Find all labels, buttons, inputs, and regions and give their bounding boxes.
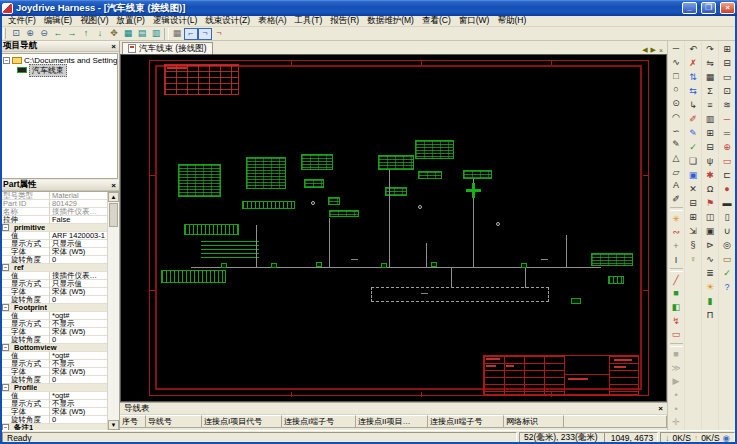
layers-icon[interactable]: ≋: [720, 98, 735, 112]
menu-check[interactable]: 查看(C): [418, 15, 455, 27]
undo-icon[interactable]: ↶: [686, 42, 701, 56]
fill-tool-icon[interactable]: ■: [669, 287, 684, 301]
connector-symbol[interactable]: [418, 171, 442, 179]
menu-table[interactable]: 表格(A): [254, 15, 290, 27]
wirecol-net-id[interactable]: 网络标识: [504, 415, 564, 428]
connector-comb[interactable]: [608, 276, 624, 284]
component-table[interactable]: [463, 170, 492, 179]
battery-icon[interactable]: ▮: [703, 294, 718, 308]
title-block[interactable]: [483, 355, 639, 395]
bom-icon[interactable]: ▥: [703, 112, 718, 126]
splice-symbol[interactable]: [571, 298, 581, 304]
component-table[interactable]: [378, 155, 414, 170]
tile-vertical-icon[interactable]: ▥: [149, 28, 163, 40]
red-rect-tool-icon[interactable]: ▭: [669, 328, 684, 342]
key-icon[interactable]: ♀: [686, 252, 701, 266]
dot-icon[interactable]: •: [669, 402, 684, 416]
move-icon[interactable]: ✛: [669, 416, 684, 430]
roundrect-tool-icon[interactable]: ▱: [669, 165, 684, 179]
wirecol-index[interactable]: 序号: [120, 415, 146, 428]
fuse-icon[interactable]: ▭: [720, 252, 735, 266]
red-line-tool-icon[interactable]: ╱: [669, 273, 684, 287]
scrollbar-thumb[interactable]: [109, 203, 118, 227]
revision-table[interactable]: [164, 64, 239, 95]
ellipse-tool-icon[interactable]: ⊙: [669, 97, 684, 111]
preview-icon[interactable]: ⊞: [686, 210, 701, 224]
flag-icon[interactable]: ⚑: [703, 196, 718, 210]
collapse-icon[interactable]: −: [2, 224, 9, 231]
tree-node-harness[interactable]: 汽车线束: [3, 65, 116, 75]
splice-icon[interactable]: ⊕: [720, 140, 735, 154]
polyline-tool-icon[interactable]: ∿: [669, 56, 684, 70]
grid-icon[interactable]: ▦: [170, 28, 184, 40]
label-icon[interactable]: ▭: [720, 154, 735, 168]
menu-file[interactable]: 文件(F): [4, 15, 40, 27]
table-icon[interactable]: ▦: [703, 70, 718, 84]
crosshair-tool-icon[interactable]: +: [669, 240, 684, 254]
branch-icon[interactable]: ↳: [686, 98, 701, 112]
zoom-window-icon[interactable]: ⊡: [9, 28, 23, 40]
ruler-tool-icon[interactable]: I: [669, 254, 684, 268]
zoom-out-icon[interactable]: ⊖: [37, 28, 51, 40]
tools-separator[interactable]: [670, 207, 683, 211]
connector-comb[interactable]: [242, 201, 295, 209]
toolbar-separator[interactable]: [164, 28, 169, 40]
save-icon[interactable]: ▣: [686, 168, 701, 182]
jog-line-tool-icon[interactable]: ↯: [669, 314, 684, 328]
blue-pen-icon[interactable]: ✎: [686, 126, 701, 140]
scroll-up-icon[interactable]: ▲: [108, 192, 119, 202]
settings-icon[interactable]: §: [686, 238, 701, 252]
globe-icon[interactable]: ◉: [723, 433, 730, 443]
move-up-icon[interactable]: ⇅: [686, 70, 701, 84]
verify-icon[interactable]: ✓: [720, 266, 735, 280]
halffill-tool-icon[interactable]: ◧: [669, 301, 684, 315]
minimize-button[interactable]: _: [682, 2, 697, 14]
help-icon[interactable]: ?: [720, 280, 735, 294]
menu-report[interactable]: 报告(R): [326, 15, 363, 27]
component-lib-icon[interactable]: ⊞: [720, 42, 735, 56]
close-icon[interactable]: ×: [111, 181, 116, 190]
tube-icon[interactable]: ▯: [720, 210, 735, 224]
menu-data-maintenance[interactable]: 数据维护(M): [363, 15, 418, 27]
tools-separator[interactable]: [670, 343, 683, 347]
line-tool-icon[interactable]: ─: [669, 42, 684, 56]
collapse-icon[interactable]: −: [2, 304, 9, 311]
close-icon[interactable]: ×: [658, 404, 663, 413]
ortho-icon[interactable]: ⌐: [184, 28, 198, 40]
cross-connector[interactable]: [472, 183, 475, 198]
tab-next-icon[interactable]: ▶: [651, 46, 656, 54]
wirecol-conn2-terminal[interactable]: 连接点II端子号: [428, 415, 504, 428]
sheet-icon[interactable]: ▭: [720, 70, 735, 84]
drawing-canvas[interactable]: [120, 54, 667, 402]
menu-view[interactable]: 视图(V): [76, 15, 112, 27]
highlight-net-icon[interactable]: ¬: [212, 28, 226, 40]
arc-tool-icon[interactable]: ◠: [669, 111, 684, 125]
sort-icon[interactable]: ≡: [703, 98, 718, 112]
snap-icon[interactable]: ¬: [198, 28, 212, 40]
wire-icon[interactable]: ─: [720, 112, 735, 126]
seal-icon[interactable]: ●: [720, 182, 735, 196]
property-grid-scrollbar[interactable]: ▲ ▼: [107, 192, 119, 430]
check-icon[interactable]: ✓: [686, 140, 701, 154]
menu-tools[interactable]: 工具(T): [290, 15, 326, 27]
dot-icon[interactable]: •: [669, 389, 684, 403]
component-table[interactable]: [329, 210, 359, 217]
callout-tool-icon[interactable]: ✐: [669, 193, 684, 207]
terminal-icon[interactable]: ⊏: [720, 168, 735, 182]
split-view-icon[interactable]: ◫: [703, 210, 718, 224]
clamp-icon[interactable]: ∪: [720, 224, 735, 238]
component-table[interactable]: [301, 154, 333, 170]
pan-left-icon[interactable]: ←: [51, 28, 65, 40]
skip-icon[interactable]: ≫: [669, 361, 684, 375]
tab-harness-diagram[interactable]: 汽车线束 (接线图): [122, 42, 213, 54]
pan-hand-icon[interactable]: ✥: [107, 28, 121, 40]
fit-all-icon[interactable]: ▦: [121, 28, 135, 40]
coil-icon[interactable]: ∿: [703, 252, 718, 266]
collapse-icon[interactable]: −: [2, 264, 9, 271]
wirecol-conn1-ref[interactable]: 连接点I项目代号: [202, 415, 282, 428]
sum-icon[interactable]: Σ: [703, 84, 718, 98]
wirecol-wire-no[interactable]: 导线号: [146, 415, 202, 428]
close-button[interactable]: ×: [720, 2, 735, 14]
circle-tool-icon[interactable]: ○: [669, 83, 684, 97]
bundle-icon[interactable]: ═: [720, 126, 735, 140]
